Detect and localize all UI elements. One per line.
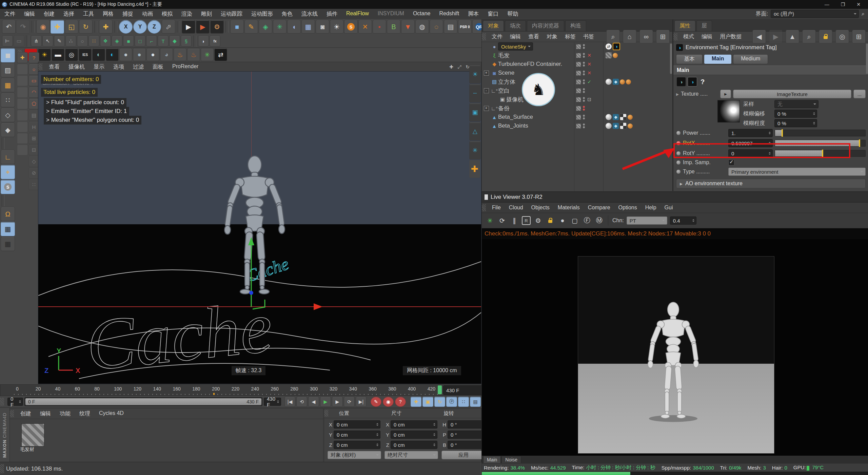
octane-ies-light-icon[interactable]: IES xyxy=(79,48,92,61)
menu-item-materials[interactable]: Materials xyxy=(554,205,584,211)
stage-icon[interactable]: ▪ xyxy=(373,20,386,34)
tag-ball-icon[interactable] xyxy=(620,79,625,84)
new-panel-icon[interactable]: ⊞ xyxy=(852,30,866,43)
tab-内容浏览器[interactable]: 内容浏览器 xyxy=(527,20,564,31)
edges-mode-icon[interactable]: ◇ xyxy=(1,108,15,122)
power-key-dot[interactable] xyxy=(676,131,681,135)
tag-ball-icon[interactable] xyxy=(626,79,631,84)
drop-cube-icon[interactable]: ◆ xyxy=(169,36,180,46)
grid-snap-icon[interactable]: ▦ xyxy=(1,237,15,251)
menu-item-摄像机[interactable]: 摄像机 xyxy=(64,63,89,71)
key-parameter-toggle[interactable]: Ⓟ xyxy=(446,397,457,407)
coord-field-位置z[interactable]: 0 cm xyxy=(334,441,380,449)
object-name[interactable]: 毛发 xyxy=(498,52,510,59)
model-mode-icon[interactable]: ◼ xyxy=(1,48,15,62)
menu-item-纹理[interactable]: 纹理 xyxy=(75,410,95,417)
tag-obj-icon[interactable]: ◆ xyxy=(613,79,619,85)
layer-icon[interactable] xyxy=(576,44,581,49)
pin-icon[interactable]: ◎ xyxy=(835,30,849,43)
tag-phong-icon[interactable] xyxy=(606,123,612,129)
render-view-icon[interactable]: ▶ xyxy=(182,20,195,34)
material-ball-icon[interactable]: ● xyxy=(558,216,567,225)
grid-points-icon[interactable]: ∷ xyxy=(88,36,99,46)
menu-item-网格[interactable]: 网格 xyxy=(98,11,118,18)
coords-grip[interactable] xyxy=(324,410,328,417)
tag-checker-icon[interactable] xyxy=(620,114,627,120)
menu-item-编辑[interactable]: 编辑 xyxy=(506,33,525,40)
tab-构造[interactable]: 构造 xyxy=(565,20,586,31)
om-scrollbar[interactable] xyxy=(670,43,672,74)
play-reverse-button[interactable]: ⟳ xyxy=(344,397,355,407)
tag-phong-icon[interactable] xyxy=(606,114,612,120)
visibility-dots[interactable] xyxy=(583,44,585,49)
octane-diffuse-material-icon[interactable]: ● xyxy=(119,48,132,61)
object-row-立方体[interactable]: ▧立方体✓◆ xyxy=(482,77,672,86)
paint-select-icon[interactable]: ✎ xyxy=(54,36,65,46)
menu-item-书签[interactable]: 书签 xyxy=(579,33,598,40)
apply-button[interactable]: 应用 xyxy=(441,451,486,459)
maximize-button[interactable]: ❐ xyxy=(841,2,845,7)
close-button[interactable]: ✕ xyxy=(856,2,861,7)
blur-offset-field[interactable]: 0 % xyxy=(774,110,817,118)
menu-item-模式[interactable]: 模式 xyxy=(679,33,698,40)
roty-key-dot[interactable] xyxy=(676,151,681,156)
layer-icon[interactable] xyxy=(576,71,581,76)
octane-glossy-material-icon[interactable]: ● xyxy=(133,48,146,61)
object-row-备份[interactable]: +∟°备份 xyxy=(482,104,672,113)
attr-scrollbar[interactable] xyxy=(866,43,868,74)
object-row-毛发[interactable]: ξ毛发✕ xyxy=(482,51,672,60)
spline-pen-icon[interactable]: ✎ xyxy=(244,20,258,34)
octane-texture-environment-icon[interactable]: ◐ xyxy=(106,48,119,61)
visibility-dots[interactable] xyxy=(583,97,585,102)
goto-end-button[interactable]: ▶| xyxy=(356,397,367,407)
octane-random-color-icon[interactable]: ⇄ xyxy=(214,48,227,61)
move-tool-icon[interactable]: ✚ xyxy=(51,20,64,34)
tag-ball-icon[interactable] xyxy=(628,124,633,129)
menu-item-动画[interactable]: 动画 xyxy=(138,11,157,18)
material-menu-grip[interactable] xyxy=(10,410,14,417)
text-tool-icon[interactable]: T xyxy=(158,36,169,46)
deformer-bend-icon[interactable]: ◖ xyxy=(287,20,301,34)
coord-field-位置y[interactable]: 0 cm xyxy=(334,431,380,439)
key-position-toggle[interactable]: ✚ xyxy=(411,397,421,407)
object-row-beta-surface[interactable]: ▲Beta_Surface◆ xyxy=(482,113,672,121)
visibility-dots[interactable] xyxy=(583,88,585,93)
sky-icon[interactable]: S xyxy=(344,20,358,34)
joint-chain-icon[interactable]: ⌐ xyxy=(146,36,157,46)
layer-icon[interactable] xyxy=(576,97,581,102)
menu-item-realflow[interactable]: RealFlow xyxy=(342,11,373,18)
lock-resolution-icon[interactable] xyxy=(546,216,555,225)
menu-item-工具[interactable]: 工具 xyxy=(79,11,98,18)
object-name[interactable]: 备份 xyxy=(498,104,510,112)
menu-item-文件[interactable]: 文件 xyxy=(0,11,20,18)
viewport-tweak-icon[interactable]: ⌖ xyxy=(1,165,15,179)
gravity-icon[interactable]: ▼ xyxy=(401,20,415,34)
live-selection-icon[interactable]: ◉ xyxy=(36,20,50,34)
axis-mode-icon[interactable]: ∟ xyxy=(1,150,15,164)
tab-场次[interactable]: 场次 xyxy=(505,20,526,31)
timeline-ruler[interactable]: 0204060801001201401601802002202402602803… xyxy=(0,384,481,396)
menu-item-file[interactable]: File xyxy=(488,205,505,211)
menu-item-用户数据[interactable]: 用户数据 xyxy=(716,33,745,40)
circle-points-icon[interactable]: ◌ xyxy=(77,36,88,46)
record-options-button[interactable]: ? xyxy=(395,397,406,407)
pan-icon[interactable]: ✚ xyxy=(448,64,455,70)
octane-arealight-icon[interactable]: ▬ xyxy=(52,48,64,61)
object-toggles[interactable]: ✕ xyxy=(576,61,592,67)
interface-select[interactable]: oc (用户) xyxy=(771,10,859,18)
channel-select[interactable]: PT xyxy=(627,216,667,225)
material-thumbnail[interactable] xyxy=(21,423,44,446)
object-toggles[interactable] xyxy=(576,115,585,120)
rotx-slider[interactable] xyxy=(775,140,866,147)
cloth-icon[interactable]: ◗ xyxy=(198,36,209,46)
layer-icon[interactable] xyxy=(576,115,581,120)
coord-field-尺寸x[interactable]: 0 cm xyxy=(391,420,437,429)
corner-points-icon[interactable]: ∴ xyxy=(65,36,76,46)
key-scale-toggle[interactable]: ▣ xyxy=(422,397,433,407)
menu-item-cycles-4d[interactable]: Cycles 4D xyxy=(95,410,128,417)
sample-select[interactable]: 无 xyxy=(774,100,818,108)
menu-item-运动图形[interactable]: 运动图形 xyxy=(247,11,277,18)
object-row-scene[interactable]: +◙Scene✕ xyxy=(482,69,672,77)
power-field[interactable]: 1. xyxy=(728,129,773,137)
tag-stripes-icon[interactable] xyxy=(606,52,612,58)
